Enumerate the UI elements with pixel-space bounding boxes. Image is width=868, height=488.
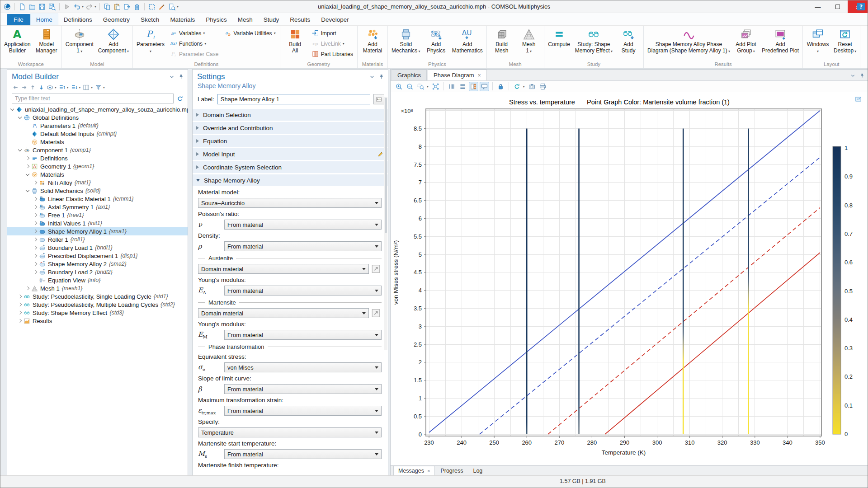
- chevron-down-icon[interactable]: [369, 74, 375, 80]
- section-shape-memory-alloy[interactable]: Shape Memory Alloy: [193, 174, 388, 186]
- ribbon-button-import[interactable]: Import: [309, 28, 355, 38]
- expander-closed-icon[interactable]: [33, 205, 38, 209]
- ribbon-button-phase-diagram[interactable]: Shape Memory Alloy PhaseDiagram (Shape M…: [646, 27, 732, 55]
- tree-item[interactable]: Roller 1{roll1}: [7, 235, 188, 244]
- ribbon-button-model-manager[interactable]: ModelManager: [33, 27, 60, 54]
- expander-open-icon[interactable]: [10, 107, 14, 112]
- ribbon-button-add-component[interactable]: AddComponent ▾: [96, 27, 131, 55]
- tree-item[interactable]: Materials: [7, 170, 188, 178]
- expander-closed-icon[interactable]: [33, 253, 38, 258]
- ribbon-button-functions[interactable]: f(x)Functions▾: [167, 38, 221, 49]
- folder-open-icon[interactable]: [28, 3, 36, 11]
- comsol-logo-icon[interactable]: [3, 3, 11, 11]
- tree-item[interactable]: *Boundary Load 2{bndl2}: [7, 268, 188, 276]
- expander-closed-icon[interactable]: [25, 286, 30, 291]
- expander-closed-icon[interactable]: [18, 302, 22, 307]
- ribbon-button-compute[interactable]: Compute: [546, 27, 572, 48]
- duplicate-icon[interactable]: [123, 3, 131, 11]
- ribbon-button-livelink[interactable]: cpLiveLink▾: [309, 38, 355, 49]
- dropdown-souza-auricchio[interactable]: Souza–Auricchio: [198, 198, 382, 208]
- dropdown-from-material[interactable]: From material: [224, 241, 382, 251]
- tree-item[interactable]: Definitions: [7, 154, 188, 162]
- tree-item[interactable]: Study: Pseudoelasticity, Multiple Loadin…: [7, 300, 188, 309]
- expander-open-icon[interactable]: [25, 188, 30, 193]
- phase-diagram-plot[interactable]: 2302402502602702802903003103203303403500…: [391, 92, 868, 465]
- delete-icon[interactable]: [133, 3, 141, 11]
- graphics-tab-phase-diagram[interactable]: Phase Diagram×: [428, 70, 487, 80]
- tree-item[interactable]: DLinear Elastic Material 1{lemm1}: [7, 195, 188, 203]
- section-override-and-contribution[interactable]: Override and Contribution: [193, 122, 388, 134]
- pin-icon[interactable]: [178, 74, 184, 80]
- maximize-button[interactable]: [828, 0, 848, 13]
- expander-closed-icon[interactable]: [33, 197, 38, 201]
- menu-tab-results[interactable]: Results: [284, 14, 316, 25]
- menu-tab-file[interactable]: File: [7, 14, 30, 25]
- label-input[interactable]: [217, 94, 370, 104]
- expander-closed-icon[interactable]: [33, 180, 38, 185]
- expander-closed-icon[interactable]: [18, 319, 22, 323]
- tree-item[interactable]: Mesh 1{mesh1}: [7, 284, 188, 292]
- columns-dropdown[interactable]: ▾: [91, 85, 93, 89]
- plot-legend-icon[interactable]: [854, 96, 862, 103]
- show-icon[interactable]: [46, 84, 54, 91]
- menu-tab-developer[interactable]: Developer: [316, 14, 354, 25]
- ribbon-button-solid-mechanics[interactable]: SolidMechanics ▾: [390, 27, 422, 55]
- section-equation[interactable]: Equation: [193, 135, 388, 147]
- refresh-icon[interactable]: [176, 95, 184, 103]
- rename-button[interactable]: ab: [373, 94, 384, 104]
- edit-input-icon[interactable]: [377, 150, 384, 158]
- undo-icon[interactable]: [73, 3, 81, 11]
- pin-icon[interactable]: [859, 72, 865, 78]
- ribbon-button-component[interactable]: Component1 ▾: [64, 27, 95, 55]
- settings-scrollbar[interactable]: [384, 97, 387, 350]
- section-coordinate-system-selection[interactable]: Coordinate System Selection: [193, 161, 388, 173]
- menu-tab-physics[interactable]: Physics: [200, 14, 232, 25]
- tree-item[interactable]: Materials: [7, 138, 188, 146]
- show-dropdown[interactable]: ▾: [55, 85, 57, 89]
- ribbon-button-add-material[interactable]: AddMaterial: [359, 27, 386, 54]
- close-tab-icon[interactable]: ×: [427, 468, 430, 474]
- expand-all-dropdown[interactable]: ▾: [67, 85, 69, 89]
- expander-open-icon[interactable]: [25, 172, 30, 177]
- expander-closed-icon[interactable]: [33, 229, 38, 234]
- grid-y-icon[interactable]: [458, 82, 467, 91]
- bottom-tab-log[interactable]: Log: [468, 466, 487, 475]
- select-box-icon[interactable]: [148, 3, 156, 11]
- tree-item[interactable]: *Boundary Load 1{bndl1}: [7, 244, 188, 252]
- expander-closed-icon[interactable]: [33, 237, 38, 242]
- copy-icon[interactable]: [103, 3, 111, 11]
- menu-tab-study[interactable]: Study: [258, 14, 285, 25]
- dropdown-temperature[interactable]: Temperature: [198, 427, 382, 437]
- grid-x-icon[interactable]: [447, 82, 457, 91]
- ribbon-button-build-mesh[interactable]: BuildMesh: [489, 27, 515, 54]
- dropdown-from-material[interactable]: From material: [224, 220, 382, 230]
- tree-item[interactable]: Default Model Inputs{cminpt}: [7, 130, 188, 138]
- tree-item[interactable]: Geometry 1{geom1}: [7, 162, 188, 170]
- filter-input[interactable]: [12, 94, 174, 103]
- zoom-box-dropdown[interactable]: ▾: [427, 84, 429, 89]
- tree-item[interactable]: DFree 1{free1}: [7, 211, 188, 219]
- redo-icon[interactable]: [85, 3, 94, 11]
- collapse-all-dropdown[interactable]: ▾: [79, 85, 81, 89]
- tree-item[interactable]: Solid Mechanics{solid}: [7, 187, 188, 195]
- ribbon-button-add-physics[interactable]: AddPhysics: [423, 27, 449, 54]
- expander-open-icon[interactable]: [18, 115, 22, 120]
- ribbon-button-app-builder[interactable]: AApplicationBuilder: [2, 27, 33, 54]
- menu-tab-home[interactable]: Home: [30, 14, 58, 25]
- expander-closed-icon[interactable]: [33, 245, 38, 250]
- dropdown-from-material[interactable]: From material: [224, 449, 382, 459]
- ribbon-button-add-study[interactable]: AddStudy: [615, 27, 642, 54]
- goto-source-icon[interactable]: [370, 264, 382, 274]
- bottom-tab-messages[interactable]: Messages×: [393, 466, 435, 475]
- zoom-extents-icon[interactable]: [431, 82, 440, 91]
- tree-item[interactable]: DInitial Values 1{init1}: [7, 219, 188, 227]
- zoom-out-icon[interactable]: [405, 82, 415, 91]
- ribbon-button-mesh[interactable]: Mesh1 ▾: [516, 27, 542, 55]
- tree-item[interactable]: auat=fEquation View{info}: [7, 276, 188, 284]
- ribbon-button-part-libraries[interactable]: Part Libraries: [309, 49, 355, 59]
- ribbon-button-param-case[interactable]: PiParameter Case: [167, 49, 221, 59]
- close-tab-icon[interactable]: ×: [478, 72, 481, 79]
- expander-closed-icon[interactable]: [18, 310, 22, 315]
- expander-closed-icon[interactable]: [33, 221, 38, 225]
- menu-tab-mesh[interactable]: Mesh: [232, 14, 258, 25]
